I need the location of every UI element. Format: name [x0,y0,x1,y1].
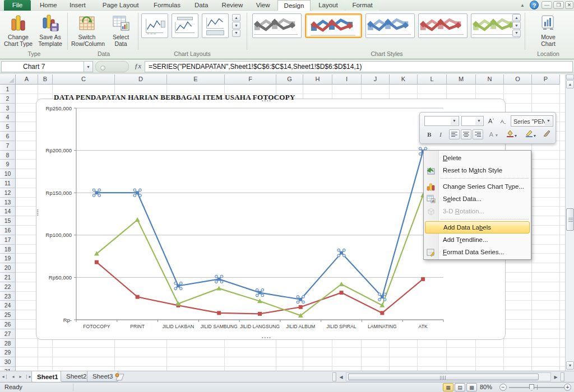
file-tab[interactable]: File [4,0,31,11]
column-header-D[interactable]: D [115,74,167,85]
row-header-17[interactable]: 17 [0,235,16,245]
row-header-21[interactable]: 21 [0,273,16,282]
outline-color-button[interactable]: ▼ [522,129,539,139]
layouts-scroll-down-icon[interactable]: ▼ [232,22,240,29]
tab-layout[interactable]: Layout [312,0,345,11]
tab-scrollbar-splitter-right[interactable] [561,372,564,381]
layouts-more-icon[interactable]: ▼ [232,30,240,37]
column-header-P[interactable]: P [532,74,560,85]
restore-icon[interactable]: ❐ [553,1,564,9]
font-color-button[interactable]: A ▼ [487,129,501,139]
row-header-28[interactable]: 28 [0,339,16,348]
column-header-K[interactable]: K [390,74,418,85]
column-header-E[interactable]: E [167,74,225,85]
menu-item-format-data-series[interactable]: Format Data Series... [424,246,531,258]
italic-button[interactable]: I [436,129,446,139]
row-header-27[interactable]: 27 [0,329,16,339]
chart-style-option-1[interactable] [252,13,302,38]
tab-home[interactable]: Home [34,0,60,11]
tab-view[interactable]: View [250,0,276,11]
row-header-1[interactable]: 1 [0,85,16,94]
format-painter-button[interactable] [541,129,553,139]
tab-data[interactable]: Data [188,0,215,11]
hscroll-left-icon[interactable]: ◀ [337,374,345,381]
chart-element-combo[interactable]: Series "PENDAP ▼ [511,115,553,127]
row-header-2[interactable]: 2 [0,94,16,104]
name-box[interactable]: Chart 7 [1,61,84,72]
font-name-combo[interactable]: ▼ [424,116,459,126]
column-header-H[interactable]: H [303,74,332,85]
column-header-F[interactable]: F [225,74,276,85]
row-header-20[interactable]: 20 [0,263,16,273]
select-all-corner[interactable] [0,74,16,85]
chart-element-dropdown-icon[interactable]: ▼ [545,116,552,125]
styles-scroll-down-icon[interactable]: ▼ [512,22,521,29]
formula-bar-splitter[interactable] [95,61,129,72]
column-header-J[interactable]: J [362,74,390,85]
chart-layout-option-3[interactable] [202,13,229,38]
hscroll-right-icon[interactable]: ▶ [552,374,559,381]
select-data-button[interactable]: Select Data [105,12,136,49]
font-name-dropdown-icon[interactable]: ▼ [451,117,458,125]
align-right-button[interactable] [473,129,483,139]
row-header-25[interactable]: 25 [0,310,16,320]
column-header-G[interactable]: G [276,74,303,85]
row-header-26[interactable]: 26 [0,320,16,329]
menu-item-add-trendline[interactable]: Add Trendline... [424,234,531,246]
fill-color-button[interactable]: ▼ [503,129,520,139]
chart-style-option-2[interactable] [305,13,362,38]
chart-layout-option-1[interactable] [141,13,168,38]
next-sheet-icon[interactable]: ▸ [17,373,24,381]
menu-item-add-data-labels[interactable]: Add Data Labels [425,221,530,234]
insert-function-icon[interactable]: ƒx [132,62,144,72]
minimize-icon[interactable]: — [541,1,552,9]
sheet-tab-sheet1[interactable]: Sheet1 [31,371,64,382]
chart-style-option-3[interactable] [365,13,415,38]
page-break-view-button[interactable]: ▩ [466,383,477,391]
chart-layout-option-2[interactable] [172,13,198,38]
styles-scroll-up-icon[interactable]: ▲ [512,14,521,21]
move-chart-button[interactable]: Move Chart [531,12,565,49]
vertical-scrollbar[interactable]: ▲ ▼ [565,74,574,371]
tab-page-layout[interactable]: Page Layout [95,0,146,11]
row-header-11[interactable]: 11 [0,179,16,188]
tab-format[interactable]: Format [346,0,379,11]
tab-scrollbar-splitter-left[interactable] [332,372,336,381]
change-chart-type-button[interactable]: Change Chart Type [3,12,34,49]
row-header-19[interactable]: 19 [0,254,16,263]
first-sheet-icon[interactable]: ◂｜ [2,373,9,381]
font-size-dropdown-icon[interactable]: ▼ [475,117,483,125]
row-header-7[interactable]: 7 [0,141,16,151]
fill-color-dropdown-icon[interactable]: ▼ [514,134,518,138]
help-icon[interactable]: ? [530,1,539,10]
row-header-13[interactable]: 13 [0,198,16,207]
chart-grip-bottom-icon[interactable]: •••• [262,336,272,339]
menu-item-change-series-chart-type[interactable]: Change Series Chart Type... [424,180,531,193]
row-header-23[interactable]: 23 [0,292,16,301]
chart-style-option-4[interactable] [418,13,467,38]
row-header-3[interactable]: 3 [0,104,16,113]
row-header-30[interactable]: 30 [0,357,16,367]
horizontal-scroll-thumb[interactable] [348,374,539,380]
vertical-split-handle[interactable] [566,74,574,80]
column-header-B[interactable]: B [38,74,53,85]
menu-item-select-data[interactable]: Select Data... [424,193,531,205]
last-sheet-icon[interactable]: ｜▸ [24,373,31,381]
row-header-12[interactable]: 12 [0,188,16,198]
tab-insert[interactable]: Insert [61,0,94,11]
styles-more-icon[interactable]: ▼ [512,30,521,37]
page-layout-view-button[interactable]: ▤ [455,383,465,391]
column-header-A[interactable]: A [16,74,38,85]
row-header-9[interactable]: 9 [0,160,16,169]
column-header-L[interactable]: L [418,74,447,85]
normal-view-button[interactable]: ▦ [443,383,453,391]
font-color-dropdown-icon[interactable]: ▼ [494,133,498,137]
align-center-button[interactable] [461,129,471,139]
column-header-M[interactable]: M [447,74,476,85]
previous-sheet-icon[interactable]: ◂ [10,373,17,381]
grow-font-button[interactable]: Aʾ [486,116,497,126]
row-header-16[interactable]: 16 [0,226,16,235]
chart-grip-left-icon[interactable]: •••• [37,209,40,216]
save-as-template-button[interactable]: Save As Template [35,12,66,49]
collapse-ribbon-icon[interactable]: ▲ [519,2,526,8]
